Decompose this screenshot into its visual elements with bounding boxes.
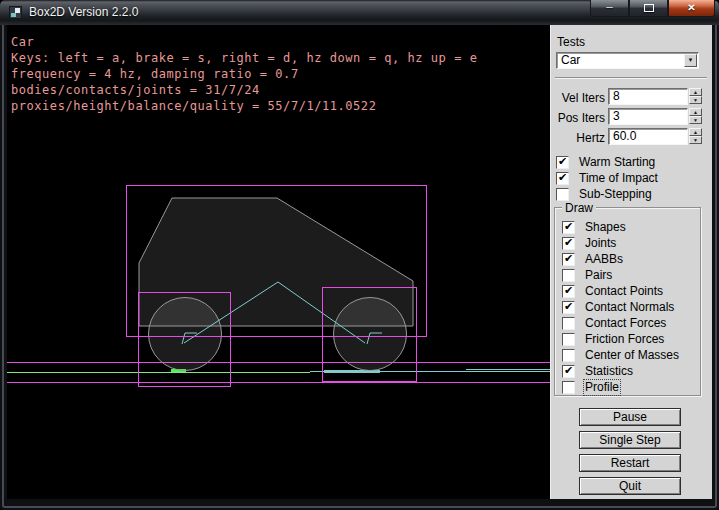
checkbox-box[interactable]: ✔ [562,221,575,234]
spin-down-button[interactable]: ▼ [689,116,702,124]
checkbox-box[interactable]: ✔ [562,349,575,362]
check-icon: ✔ [564,220,573,233]
checkbox-label: Sub-Stepping [579,188,652,201]
chevron-down-icon: ▼ [688,57,694,63]
control-panel: Tests Car ▼ Vel Iters 8 ▲ ▼ Pos Iters 3 … [550,25,712,499]
spin-down-icon: ▼ [693,97,698,103]
broadphase-line: proxies/height/balance/quality = 55/7/1/… [11,99,376,113]
spin-up-icon: ▲ [693,129,698,135]
bridge-joints [310,370,550,372]
restart-button[interactable]: Restart [579,454,681,472]
check-icon: ✔ [564,252,573,265]
pos-iters-value: 3 [613,109,620,123]
spin-up-button[interactable]: ▲ [689,128,702,136]
checkbox-label: AABBs [585,253,623,266]
hertz-value: 60.0 [613,129,636,143]
checkbox-box[interactable]: ✔ [562,237,575,250]
maximize-button[interactable] [629,0,668,17]
spin-down-button[interactable]: ▼ [689,96,702,104]
checkbox-label: Joints [585,237,616,250]
checkbox-label: Shapes [585,221,626,234]
single-step-button[interactable]: Single Step [579,431,681,449]
checkbox-label: Warm Starting [579,156,655,169]
simulation-viewport[interactable]: Car Keys: left = a, brake = s, right = d… [7,25,550,499]
pause-button[interactable]: Pause [579,408,681,426]
check-icon: ✔ [564,236,573,249]
pos-iters-field[interactable]: 3 [608,108,688,125]
checkbox-label: Contact Forces [585,317,666,330]
checkbox-label: Pairs [585,269,612,282]
tests-dropdown-value: Car [561,53,580,67]
checkbox-box[interactable]: ✔ [562,253,575,266]
pos-iters-label: Pos Iters [553,111,605,125]
draw-group-label: Draw [562,201,596,215]
separator [555,77,707,79]
titlebar[interactable]: Box2D Version 2.2.0 ─ ✕ [0,0,719,25]
checkbox-box[interactable]: ✔ [562,365,575,378]
checkbox-box[interactable]: ✔ [562,317,575,330]
vel-iters-spinner: ▲ ▼ [689,88,702,104]
dropdown-arrow-button[interactable]: ▼ [684,54,697,67]
checkbox-box[interactable]: ✔ [562,381,575,394]
checkbox-box[interactable]: ✔ [556,172,569,185]
vel-iters-field[interactable]: 8 [608,88,688,105]
spin-down-button[interactable]: ▼ [689,136,702,144]
spin-up-button[interactable]: ▲ [689,88,702,96]
app-window: Box2D Version 2.2.0 ─ ✕ [0,0,719,510]
spin-down-icon: ▼ [693,117,698,123]
counts-line: bodies/contacts/joints = 31/7/24 [11,83,260,97]
maximize-icon [644,4,654,12]
test-title: Car [11,35,34,49]
hertz-label: Hertz [553,131,605,145]
checkbox-label: Friction Forces [585,333,664,346]
minimize-icon: ─ [606,2,612,12]
pos-iters-spinner: ▲ ▼ [689,108,702,124]
app-icon [9,6,22,19]
checkbox-label: Profile [585,381,619,394]
close-icon: ✕ [687,2,695,13]
keys-help: Keys: left = a, brake = s, right = d, hz… [11,51,477,65]
checkbox-box[interactable]: ✔ [556,156,569,169]
checkbox-box[interactable]: ✔ [562,333,575,346]
window-title: Box2D Version 2.2.0 [29,5,138,19]
spin-down-icon: ▼ [693,137,698,143]
vel-iters-label: Vel Iters [553,91,605,105]
tests-dropdown[interactable]: Car ▼ [556,52,699,69]
caption-buttons: ─ ✕ [590,0,715,17]
checkbox-label: Center of Masses [585,349,679,362]
checkbox-label: Contact Normals [585,301,674,314]
check-icon: ✔ [558,171,567,184]
check-icon: ✔ [558,155,567,168]
hertz-field[interactable]: 60.0 [608,128,688,145]
tests-label: Tests [557,35,585,49]
quit-button[interactable]: Quit [579,477,681,495]
checkbox-label: Statistics [585,365,633,378]
checkbox-box[interactable]: ✔ [562,285,575,298]
draw-groupbox: Draw ✔ Shapes ✔ Joints ✔ AABBs ✔ Pairs ✔… [554,207,701,396]
checkbox-box[interactable]: ✔ [562,269,575,282]
spin-up-icon: ▲ [693,109,698,115]
checkbox-label: Time of Impact [579,172,658,185]
spin-up-button[interactable]: ▲ [689,108,702,116]
check-icon: ✔ [564,284,573,297]
checkbox-box[interactable]: ✔ [556,188,569,201]
vel-iters-value: 8 [613,89,620,103]
check-icon: ✔ [564,300,573,313]
close-button[interactable]: ✕ [668,0,715,17]
hertz-spinner: ▲ ▼ [689,128,702,144]
spin-up-icon: ▲ [693,89,698,95]
check-icon: ✔ [564,364,573,377]
minimize-button[interactable]: ─ [590,0,629,17]
checkbox-box[interactable]: ✔ [562,301,575,314]
frequency-line: frequency = 4 hz, damping ratio = 0.7 [11,67,299,81]
checkbox-label: Contact Points [585,285,663,298]
debug-statistics: Car Keys: left = a, brake = s, right = d… [11,34,477,114]
